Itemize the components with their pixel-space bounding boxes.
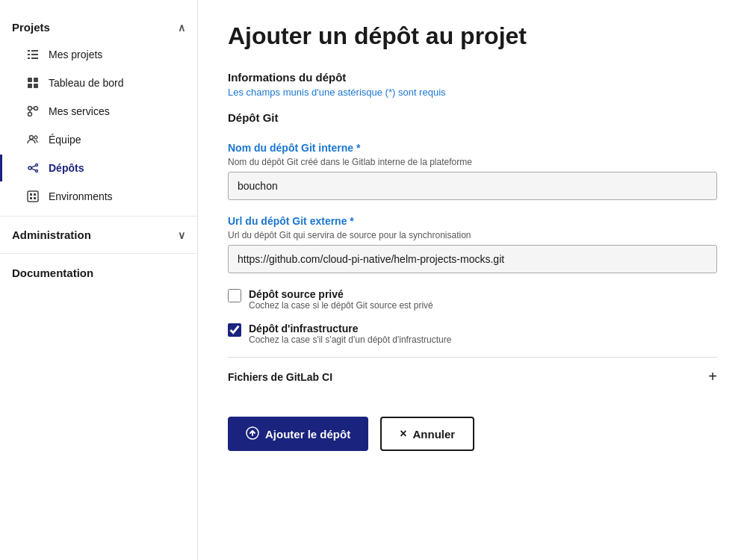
cancel-button-label: Annuler xyxy=(413,428,456,441)
form-section: Informations du dépôt Les champs munis d… xyxy=(228,71,717,451)
sidebar-item-documentation-label: Documentation xyxy=(12,267,93,279)
svg-point-19 xyxy=(36,170,38,172)
services-icon xyxy=(26,105,40,118)
submit-button[interactable]: Ajouter le dépôt xyxy=(228,417,368,451)
field-group-url-depot: Url du dépôt Git externe * Url du dépôt … xyxy=(228,215,717,273)
svg-point-15 xyxy=(30,136,34,140)
svg-rect-23 xyxy=(30,193,32,196)
sidebar-item-environments-label: Environments xyxy=(49,190,113,202)
accordion-gitlab-ci[interactable]: Fichiers de GitLab CI + xyxy=(228,357,717,396)
svg-rect-4 xyxy=(28,57,30,59)
nom-depot-input[interactable] xyxy=(228,172,717,200)
depot-icon xyxy=(26,161,40,175)
nom-depot-label: Nom du dépôt Git interne * xyxy=(228,142,717,154)
svg-point-17 xyxy=(28,167,31,169)
svg-point-12 xyxy=(28,113,32,116)
sidebar-item-depots-label: Dépôts xyxy=(49,162,84,174)
sidebar-section-projets[interactable]: Projets ∧ xyxy=(0,15,197,40)
cancel-button[interactable]: × Annuler xyxy=(380,417,474,451)
sidebar-section-administration[interactable]: Administration ∨ xyxy=(0,223,197,247)
svg-rect-8 xyxy=(28,84,32,88)
svg-rect-22 xyxy=(28,191,38,202)
accordion-gitlab-ci-label: Fichiers de GitLab CI xyxy=(228,371,332,383)
nom-depot-required: * xyxy=(353,142,360,154)
field-group-nom-depot: Nom du dépôt Git interne * Nom du dépôt … xyxy=(228,142,717,200)
sidebar-item-environments[interactable]: Environments xyxy=(0,183,197,210)
svg-rect-7 xyxy=(34,78,38,82)
url-depot-required: * xyxy=(347,215,353,227)
sidebar-item-mes-projets[interactable]: Mes projets xyxy=(0,41,197,68)
main-content: Ajouter un dépôt au projet Informations … xyxy=(198,0,747,560)
form-subsection-title: Dépôt Git xyxy=(228,111,717,130)
sidebar-item-equipe-label: Équipe xyxy=(49,134,81,146)
infrastructure-hint: Cochez la case s'il s'agit d'un dépôt d'… xyxy=(249,335,451,345)
team-icon xyxy=(26,133,40,146)
svg-rect-24 xyxy=(34,193,36,196)
svg-rect-2 xyxy=(28,54,30,55)
url-depot-hint: Url du dépôt Git qui servira de source p… xyxy=(228,230,717,240)
form-section-subtitle: Les champs munis d'une astérisque (*) so… xyxy=(228,87,717,98)
sidebar-item-tableau-de-bord[interactable]: Tableau de bord xyxy=(0,69,197,96)
sidebar-section-administration-chevron: ∨ xyxy=(178,229,185,241)
svg-rect-5 xyxy=(31,57,38,59)
button-row: Ajouter le dépôt × Annuler xyxy=(228,417,717,451)
sidebar: Projets ∧ Mes projets Tableau xyxy=(0,0,198,560)
svg-rect-1 xyxy=(31,50,38,52)
url-depot-input[interactable] xyxy=(228,245,717,273)
infrastructure-checkbox[interactable] xyxy=(228,323,241,337)
svg-rect-3 xyxy=(31,54,38,55)
sidebar-section-administration-label: Administration xyxy=(12,228,91,241)
sidebar-section-projets-label: Projets xyxy=(12,21,50,34)
sidebar-item-depots[interactable]: Dépôts xyxy=(0,155,197,181)
svg-rect-6 xyxy=(28,78,32,82)
sidebar-item-tableau-de-bord-label: Tableau de bord xyxy=(49,77,123,89)
grid-icon xyxy=(26,76,40,90)
sidebar-item-documentation[interactable]: Documentation xyxy=(0,260,197,286)
cancel-icon: × xyxy=(400,427,406,441)
sidebar-item-equipe[interactable]: Équipe xyxy=(0,126,197,153)
page-title: Ajouter un dépôt au projet xyxy=(228,22,717,50)
accordion-expand-icon: + xyxy=(708,368,717,385)
source-prive-hint: Cochez la case si le dépôt Git source es… xyxy=(249,300,433,311)
sidebar-section-projets-chevron: ∧ xyxy=(178,22,185,34)
url-depot-label: Url du dépôt Git externe * xyxy=(228,215,717,227)
source-prive-checkbox[interactable] xyxy=(228,289,241,302)
submit-button-label: Ajouter le dépôt xyxy=(265,428,350,441)
svg-rect-0 xyxy=(28,50,30,52)
nom-depot-hint: Nom du dépôt Git créé dans le Gitlab int… xyxy=(228,157,717,167)
sidebar-item-mes-services[interactable]: Mes services xyxy=(0,98,197,125)
svg-rect-9 xyxy=(34,84,38,88)
form-section-title: Informations du dépôt xyxy=(228,71,717,84)
svg-point-11 xyxy=(34,107,38,111)
sidebar-item-mes-projets-label: Mes projets xyxy=(49,49,102,60)
source-prive-label: Dépôt source privé xyxy=(249,288,433,300)
sidebar-divider-2 xyxy=(0,253,197,254)
svg-rect-25 xyxy=(30,197,32,199)
svg-point-18 xyxy=(36,164,38,167)
upload-icon xyxy=(246,426,259,442)
checkbox-row-source-prive: Dépôt source privé Cochez la case si le … xyxy=(228,288,717,311)
checkbox-row-infrastructure: Dépôt d'infrastructure Cochez la case s'… xyxy=(228,323,717,345)
svg-rect-26 xyxy=(34,197,36,199)
sidebar-item-mes-services-label: Mes services xyxy=(49,105,110,117)
env-icon xyxy=(26,190,40,203)
list-icon xyxy=(26,48,40,61)
infrastructure-label: Dépôt d'infrastructure xyxy=(249,323,451,335)
svg-line-20 xyxy=(31,166,36,168)
sidebar-divider xyxy=(0,216,197,217)
svg-point-10 xyxy=(28,107,32,111)
svg-point-16 xyxy=(34,136,37,139)
svg-line-21 xyxy=(31,169,36,171)
